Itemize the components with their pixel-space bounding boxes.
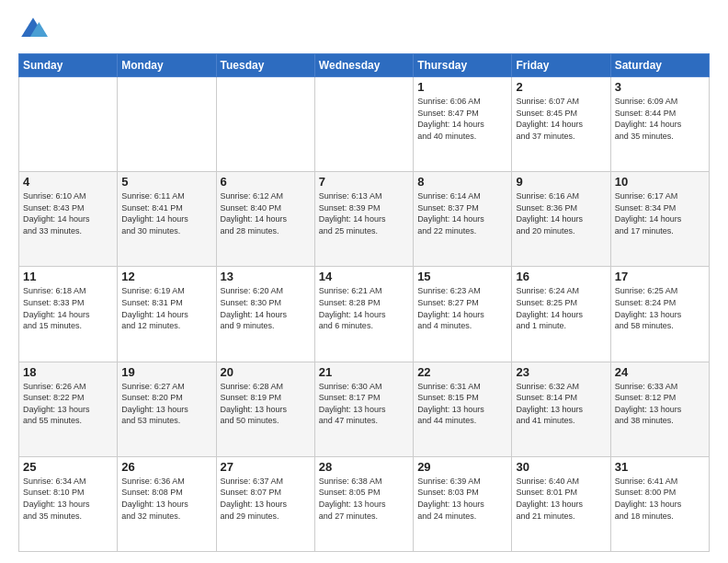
- header: [18, 15, 710, 44]
- calendar-cell: 29Sunrise: 6:39 AM Sunset: 8:03 PM Dayli…: [414, 456, 512, 551]
- day-info: Sunrise: 6:28 AM Sunset: 8:19 PM Dayligh…: [221, 381, 311, 427]
- day-info: Sunrise: 6:39 AM Sunset: 8:03 PM Dayligh…: [417, 476, 507, 522]
- calendar-cell: 11Sunrise: 6:18 AM Sunset: 8:33 PM Dayli…: [19, 267, 118, 362]
- day-info: Sunrise: 6:09 AM Sunset: 8:44 PM Dayligh…: [615, 96, 705, 142]
- calendar-cell: 23Sunrise: 6:32 AM Sunset: 8:14 PM Dayli…: [512, 362, 610, 456]
- calendar-cell: [19, 77, 118, 172]
- calendar-cell: 17Sunrise: 6:25 AM Sunset: 8:24 PM Dayli…: [610, 267, 709, 362]
- day-number: 10: [615, 175, 705, 189]
- calendar-cell: 12Sunrise: 6:19 AM Sunset: 8:31 PM Dayli…: [118, 267, 216, 362]
- calendar-cell: 1Sunrise: 6:06 AM Sunset: 8:47 PM Daylig…: [414, 77, 512, 172]
- day-info: Sunrise: 6:25 AM Sunset: 8:24 PM Dayligh…: [615, 285, 705, 331]
- calendar-cell: 3Sunrise: 6:09 AM Sunset: 8:44 PM Daylig…: [610, 77, 709, 172]
- day-info: Sunrise: 6:31 AM Sunset: 8:15 PM Dayligh…: [417, 381, 507, 427]
- day-info: Sunrise: 6:16 AM Sunset: 8:36 PM Dayligh…: [516, 190, 606, 236]
- calendar-cell: 18Sunrise: 6:26 AM Sunset: 8:22 PM Dayli…: [19, 362, 118, 456]
- calendar-cell: 16Sunrise: 6:24 AM Sunset: 8:25 PM Dayli…: [512, 267, 610, 362]
- day-info: Sunrise: 6:13 AM Sunset: 8:39 PM Dayligh…: [319, 190, 409, 236]
- calendar-cell: [118, 77, 216, 172]
- calendar-cell: 22Sunrise: 6:31 AM Sunset: 8:15 PM Dayli…: [414, 362, 512, 456]
- day-number: 11: [23, 270, 113, 283]
- calendar-cell: 30Sunrise: 6:40 AM Sunset: 8:01 PM Dayli…: [512, 456, 610, 551]
- day-number: 31: [615, 460, 705, 474]
- day-number: 26: [121, 460, 211, 474]
- calendar-cell: 20Sunrise: 6:28 AM Sunset: 8:19 PM Dayli…: [216, 362, 314, 456]
- calendar-header-row: SundayMondayTuesdayWednesdayThursdayFrid…: [19, 54, 710, 77]
- day-info: Sunrise: 6:27 AM Sunset: 8:20 PM Dayligh…: [121, 381, 211, 427]
- day-info: Sunrise: 6:21 AM Sunset: 8:28 PM Dayligh…: [319, 285, 409, 331]
- day-number: 28: [319, 460, 409, 474]
- day-info: Sunrise: 6:11 AM Sunset: 8:41 PM Dayligh…: [121, 190, 211, 236]
- calendar-week-row: 4Sunrise: 6:10 AM Sunset: 8:43 PM Daylig…: [19, 172, 710, 267]
- day-info: Sunrise: 6:18 AM Sunset: 8:33 PM Dayligh…: [23, 285, 113, 331]
- day-number: 21: [319, 365, 409, 379]
- calendar-week-row: 18Sunrise: 6:26 AM Sunset: 8:22 PM Dayli…: [19, 362, 710, 456]
- day-number: 22: [417, 365, 507, 379]
- day-info: Sunrise: 6:14 AM Sunset: 8:37 PM Dayligh…: [417, 190, 507, 236]
- calendar-cell: 13Sunrise: 6:20 AM Sunset: 8:30 PM Dayli…: [216, 267, 314, 362]
- day-number: 23: [516, 365, 606, 379]
- day-number: 13: [221, 270, 311, 283]
- day-number: 8: [417, 175, 507, 189]
- calendar-cell: 15Sunrise: 6:23 AM Sunset: 8:27 PM Dayli…: [414, 267, 512, 362]
- day-number: 16: [516, 270, 606, 283]
- calendar-cell: 4Sunrise: 6:10 AM Sunset: 8:43 PM Daylig…: [19, 172, 118, 267]
- weekday-header: Friday: [512, 54, 610, 77]
- day-number: 14: [319, 270, 409, 283]
- day-info: Sunrise: 6:36 AM Sunset: 8:08 PM Dayligh…: [121, 476, 211, 522]
- day-info: Sunrise: 6:38 AM Sunset: 8:05 PM Dayligh…: [319, 476, 409, 522]
- calendar-cell: 2Sunrise: 6:07 AM Sunset: 8:45 PM Daylig…: [512, 77, 610, 172]
- day-info: Sunrise: 6:20 AM Sunset: 8:30 PM Dayligh…: [221, 285, 311, 331]
- calendar-body: 1Sunrise: 6:06 AM Sunset: 8:47 PM Daylig…: [19, 77, 710, 552]
- day-info: Sunrise: 6:12 AM Sunset: 8:40 PM Dayligh…: [221, 190, 311, 236]
- calendar-cell: 7Sunrise: 6:13 AM Sunset: 8:39 PM Daylig…: [314, 172, 413, 267]
- day-number: 1: [417, 80, 507, 94]
- day-info: Sunrise: 6:07 AM Sunset: 8:45 PM Dayligh…: [516, 96, 606, 142]
- day-number: 29: [417, 460, 507, 474]
- calendar-cell: 21Sunrise: 6:30 AM Sunset: 8:17 PM Dayli…: [314, 362, 413, 456]
- day-number: 12: [121, 270, 211, 283]
- weekday-header: Tuesday: [216, 54, 314, 77]
- calendar-cell: 9Sunrise: 6:16 AM Sunset: 8:36 PM Daylig…: [512, 172, 610, 267]
- calendar-cell: 25Sunrise: 6:34 AM Sunset: 8:10 PM Dayli…: [19, 456, 118, 551]
- calendar-cell: 10Sunrise: 6:17 AM Sunset: 8:34 PM Dayli…: [610, 172, 709, 267]
- calendar-cell: [216, 77, 314, 172]
- weekday-header: Wednesday: [314, 54, 413, 77]
- weekday-header: Thursday: [414, 54, 512, 77]
- day-number: 2: [516, 80, 606, 94]
- day-number: 17: [615, 270, 705, 283]
- calendar-cell: 6Sunrise: 6:12 AM Sunset: 8:40 PM Daylig…: [216, 172, 314, 267]
- day-number: 25: [23, 460, 113, 474]
- day-number: 9: [516, 175, 606, 189]
- weekday-header: Monday: [118, 54, 216, 77]
- day-info: Sunrise: 6:30 AM Sunset: 8:17 PM Dayligh…: [319, 381, 409, 427]
- day-info: Sunrise: 6:17 AM Sunset: 8:34 PM Dayligh…: [615, 190, 705, 236]
- day-info: Sunrise: 6:41 AM Sunset: 8:00 PM Dayligh…: [615, 476, 705, 522]
- logo: [18, 15, 51, 44]
- weekday-header: Saturday: [610, 54, 709, 77]
- day-number: 15: [417, 270, 507, 283]
- calendar-cell: 8Sunrise: 6:14 AM Sunset: 8:37 PM Daylig…: [414, 172, 512, 267]
- calendar-cell: 27Sunrise: 6:37 AM Sunset: 8:07 PM Dayli…: [216, 456, 314, 551]
- calendar-cell: 28Sunrise: 6:38 AM Sunset: 8:05 PM Dayli…: [314, 456, 413, 551]
- day-info: Sunrise: 6:19 AM Sunset: 8:31 PM Dayligh…: [121, 285, 211, 331]
- calendar-cell: [314, 77, 413, 172]
- calendar-cell: 19Sunrise: 6:27 AM Sunset: 8:20 PM Dayli…: [118, 362, 216, 456]
- day-number: 4: [23, 175, 113, 189]
- calendar-cell: 24Sunrise: 6:33 AM Sunset: 8:12 PM Dayli…: [610, 362, 709, 456]
- day-number: 7: [319, 175, 409, 189]
- calendar: SundayMondayTuesdayWednesdayThursdayFrid…: [18, 53, 710, 552]
- day-info: Sunrise: 6:06 AM Sunset: 8:47 PM Dayligh…: [417, 96, 507, 142]
- day-info: Sunrise: 6:10 AM Sunset: 8:43 PM Dayligh…: [23, 190, 113, 236]
- day-number: 6: [221, 175, 311, 189]
- day-info: Sunrise: 6:40 AM Sunset: 8:01 PM Dayligh…: [516, 476, 606, 522]
- day-info: Sunrise: 6:26 AM Sunset: 8:22 PM Dayligh…: [23, 381, 113, 427]
- calendar-week-row: 1Sunrise: 6:06 AM Sunset: 8:47 PM Daylig…: [19, 77, 710, 172]
- day-info: Sunrise: 6:37 AM Sunset: 8:07 PM Dayligh…: [221, 476, 311, 522]
- weekday-header: Sunday: [19, 54, 118, 77]
- day-number: 27: [221, 460, 311, 474]
- day-info: Sunrise: 6:24 AM Sunset: 8:25 PM Dayligh…: [516, 285, 606, 331]
- calendar-cell: 14Sunrise: 6:21 AM Sunset: 8:28 PM Dayli…: [314, 267, 413, 362]
- day-number: 3: [615, 80, 705, 94]
- calendar-cell: 5Sunrise: 6:11 AM Sunset: 8:41 PM Daylig…: [118, 172, 216, 267]
